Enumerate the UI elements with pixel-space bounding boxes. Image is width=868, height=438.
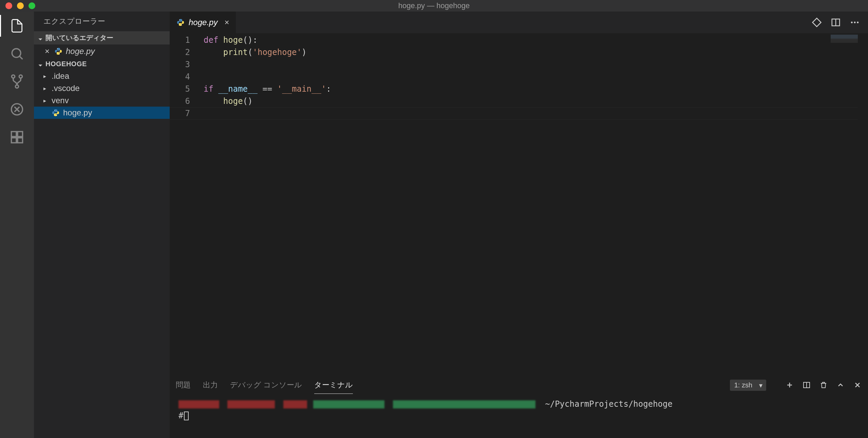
close-window-button[interactable] <box>5 2 12 9</box>
sidebar-title: エクスプローラー <box>34 12 170 31</box>
chevron-down-icon <box>38 36 43 40</box>
terminal-prompt: # <box>178 411 183 420</box>
panel-tab-debug-console[interactable]: デバッグ コンソール <box>230 377 302 394</box>
open-editors-header[interactable]: 開いているエディター <box>34 31 170 44</box>
tab-hoge[interactable]: hoge.py × <box>170 12 236 33</box>
workspace: エクスプローラー 開いているエディター × hoge.py HOGEHOGE ▸… <box>0 12 868 438</box>
workspace-header[interactable]: HOGEHOGE <box>34 58 170 70</box>
folder-name: .idea <box>52 71 69 81</box>
redacted-text <box>178 400 219 408</box>
editor-actions <box>812 17 868 28</box>
panel-tab-problems[interactable]: 問題 <box>176 377 191 394</box>
folder-name: venv <box>52 96 69 105</box>
more-icon[interactable] <box>850 17 860 28</box>
split-editor-icon[interactable] <box>831 17 841 28</box>
svg-point-20 <box>857 22 858 23</box>
minimap[interactable] <box>831 35 858 43</box>
open-editors-label: 開いているエディター <box>45 33 113 42</box>
code-content[interactable]: def hoge(): print('hogehoge') if __name_… <box>204 33 868 375</box>
terminal-cursor <box>184 412 189 420</box>
minimize-window-button[interactable] <box>17 2 24 9</box>
tab-bar: hoge.py × <box>170 12 868 33</box>
search-icon[interactable] <box>9 45 25 62</box>
panel-tab-output[interactable]: 出力 <box>203 377 218 394</box>
source-control-icon[interactable] <box>9 73 25 90</box>
panel-tabs: 問題 出力 デバッグ コンソール ターミナル 1: zsh <box>170 375 868 395</box>
panel-tab-terminal[interactable]: ターミナル <box>314 377 353 394</box>
titlebar: hoge.py — hogehoge <box>0 0 868 12</box>
svg-point-13 <box>56 115 57 115</box>
redacted-text <box>313 400 384 408</box>
editor-region: hoge.py × 1 2 3 <box>170 12 868 438</box>
extensions-icon[interactable] <box>9 129 25 145</box>
activity-bar <box>0 12 34 438</box>
workspace-name: HOGEHOGE <box>45 60 87 68</box>
tree-file-hoge[interactable]: hoge.py <box>34 107 170 119</box>
chevron-right-icon: ▸ <box>43 85 48 92</box>
svg-point-19 <box>854 22 856 23</box>
new-terminal-icon[interactable] <box>785 381 794 389</box>
maximize-panel-icon[interactable] <box>836 381 845 389</box>
python-file-icon <box>176 18 185 26</box>
tree-folder-venv[interactable]: ▸ venv <box>34 94 170 107</box>
panel-actions <box>778 381 862 389</box>
maximize-window-button[interactable] <box>29 2 35 9</box>
open-editor-filename: hoge.py <box>66 47 95 56</box>
open-editor-item[interactable]: × hoge.py <box>34 44 170 58</box>
svg-point-15 <box>181 24 182 25</box>
tab-filename: hoge.py <box>189 18 218 27</box>
debug-icon[interactable] <box>9 101 25 117</box>
sidebar: エクスプローラー 開いているエディター × hoge.py HOGEHOGE ▸… <box>34 12 170 438</box>
trash-icon[interactable] <box>819 381 828 389</box>
terminal-path: ~/PycharmProjects/hogehoge <box>545 399 673 409</box>
close-icon[interactable]: × <box>43 47 51 56</box>
svg-rect-9 <box>18 138 23 143</box>
chevron-down-icon <box>38 62 43 67</box>
svg-point-3 <box>19 75 22 78</box>
svg-rect-8 <box>12 138 17 143</box>
explorer-icon[interactable] <box>9 18 25 34</box>
traffic-lights <box>0 2 35 9</box>
terminal-selector[interactable]: 1: zsh <box>730 380 766 391</box>
split-terminal-icon[interactable] <box>802 381 811 389</box>
code-editor[interactable]: 1 2 3 4 5 6 7 def hoge(): print('hogehog… <box>170 33 868 375</box>
chevron-right-icon: ▸ <box>43 97 48 104</box>
redacted-text <box>227 400 275 408</box>
python-file-icon <box>54 47 62 55</box>
terminal-content[interactable]: ~/PycharmProjects/hogehoge # <box>170 395 868 438</box>
line-gutter: 1 2 3 4 5 6 7 <box>170 33 204 375</box>
close-icon[interactable]: × <box>222 18 229 27</box>
tree-folder-idea[interactable]: ▸ .idea <box>34 70 170 82</box>
tree-folder-vscode[interactable]: ▸ .vscode <box>34 82 170 94</box>
folder-name: .vscode <box>52 84 80 93</box>
svg-line-1 <box>20 56 22 59</box>
chevron-right-icon: ▸ <box>43 73 48 79</box>
file-name: hoge.py <box>63 108 92 117</box>
close-panel-icon[interactable] <box>853 381 862 389</box>
window-title: hoge.py — hogehoge <box>398 1 470 10</box>
svg-point-0 <box>12 49 21 57</box>
redacted-text <box>393 400 535 408</box>
svg-point-11 <box>59 53 60 54</box>
bottom-panel: 問題 出力 デバッグ コンソール ターミナル 1: zsh <box>170 375 868 438</box>
diff-icon[interactable] <box>812 17 822 28</box>
svg-point-18 <box>851 22 853 23</box>
svg-point-12 <box>54 110 55 111</box>
svg-point-14 <box>179 20 180 20</box>
svg-point-10 <box>57 49 58 49</box>
svg-point-4 <box>15 85 18 88</box>
svg-rect-7 <box>18 132 23 137</box>
svg-point-2 <box>12 75 15 78</box>
redacted-text <box>283 400 307 408</box>
svg-rect-6 <box>12 132 17 137</box>
python-file-icon <box>52 109 60 117</box>
